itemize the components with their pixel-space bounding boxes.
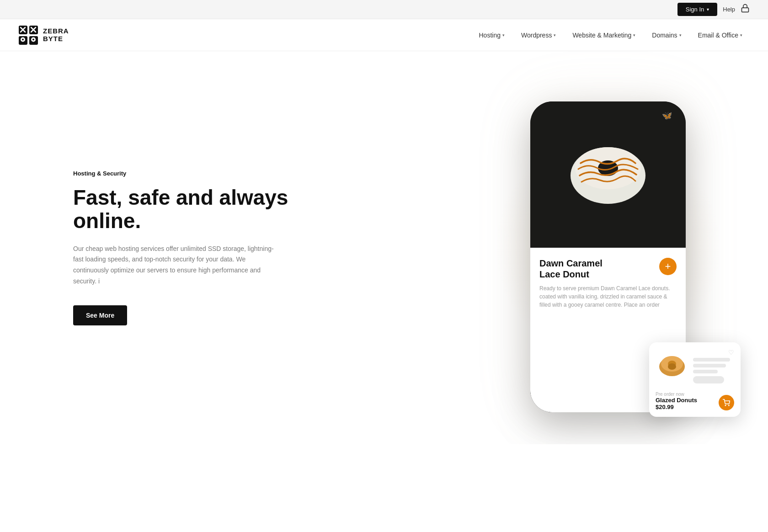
signin-button[interactable]: Sign In ▾ [677, 3, 717, 16]
svg-point-8 [32, 38, 34, 40]
butterfly-decoration: 🦋 [662, 111, 672, 121]
card-top: Dawn Caramel Lace Donut + [539, 258, 677, 280]
hero-section: Hosting & Security Fast, safe and always… [0, 51, 768, 444]
nav-item-website-marketing[interactable]: Website & Marketing ▾ [565, 28, 643, 43]
card-product-title: Dawn Caramel Lace Donut [539, 258, 603, 280]
domains-caret-icon: ▾ [679, 33, 682, 37]
email-office-caret-icon: ▾ [740, 33, 742, 37]
pre-order-label: Pre order now [656, 392, 697, 397]
small-donut-image [656, 349, 688, 382]
skeleton-line-2 [693, 364, 726, 367]
hero-content: Hosting & Security Fast, safe and always… [73, 170, 311, 325]
item-name: Glazed Donuts [656, 397, 697, 404]
hero-tag: Hosting & Security [73, 170, 311, 177]
add-to-cart-button[interactable]: + [659, 258, 677, 275]
svg-point-17 [668, 363, 676, 370]
logo[interactable]: ZEBRA BYTE [18, 25, 69, 45]
top-bar: Sign In ▾ Help [0, 0, 768, 19]
small-cart-button[interactable] [719, 395, 734, 410]
small-card-right: ♡ [693, 349, 734, 383]
heart-icon[interactable]: ♡ [693, 349, 734, 356]
skeleton-line-3 [693, 370, 718, 373]
main-nav: ZEBRA BYTE Hosting ▾ Wordpress ▾ Website… [0, 19, 768, 51]
card-description: Ready to serve premium Dawn Caramel Lace… [539, 284, 677, 309]
see-more-button[interactable]: See More [73, 305, 127, 325]
nav-item-hosting[interactable]: Hosting ▾ [472, 28, 512, 43]
small-card-item-info: Pre order now Glazed Donuts $20.99 [656, 392, 697, 410]
phone-donut-background: 🦋 [530, 101, 686, 248]
wordpress-caret-icon: ▾ [554, 33, 556, 37]
signin-label: Sign In [686, 6, 704, 13]
signin-caret-icon: ▾ [707, 7, 709, 12]
svg-point-7 [22, 38, 24, 40]
svg-point-18 [725, 405, 725, 405]
cart-icon[interactable] [741, 4, 750, 15]
nav-item-domains[interactable]: Domains ▾ [645, 28, 688, 43]
nav-item-wordpress[interactable]: Wordpress ▾ [514, 28, 563, 43]
hero-description: Our cheap web hosting services offer unl… [73, 244, 274, 287]
item-price: $20.99 [656, 404, 697, 410]
skeleton-line-1 [693, 358, 730, 362]
hero-visual: 🦋 Dawn Caramel Lace Donut + Ready to ser… [448, 51, 768, 444]
website-marketing-caret-icon: ▾ [633, 33, 635, 37]
svg-rect-0 [742, 8, 749, 12]
nav-links: Hosting ▾ Wordpress ▾ Website & Marketin… [472, 28, 750, 43]
small-card-top: ♡ [656, 349, 734, 383]
skeleton-button [693, 376, 724, 383]
small-product-card: ♡ Pre order now Glazed Donuts $20.99 [649, 342, 741, 417]
nav-item-email-office[interactable]: Email & Office ▾ [691, 28, 750, 43]
logo-line1: ZEBRA [43, 27, 69, 35]
donut-main-image [562, 138, 654, 211]
logo-line2: BYTE [43, 35, 69, 43]
help-link[interactable]: Help [723, 6, 735, 13]
hero-title: Fast, safe and always online. [73, 186, 311, 232]
svg-point-19 [729, 405, 729, 405]
small-card-bottom: Pre order now Glazed Donuts $20.99 [656, 392, 734, 410]
hosting-caret-icon: ▾ [502, 33, 505, 37]
